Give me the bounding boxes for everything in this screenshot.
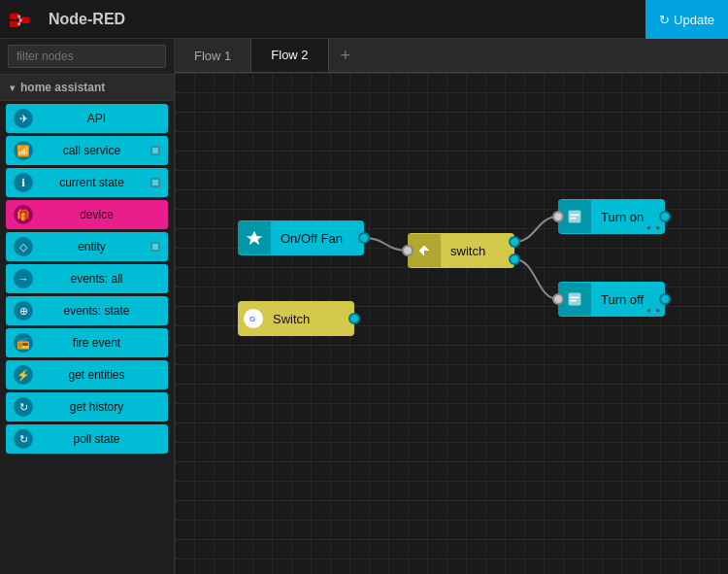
canvas-node-turn-on[interactable]: Turn on● ● bbox=[558, 199, 665, 234]
category-header[interactable]: ▾ home assistant bbox=[0, 75, 174, 101]
canvas-node-label: switch bbox=[441, 244, 495, 258]
node-icon: ⚡ bbox=[14, 365, 33, 385]
svg-rect-9 bbox=[569, 211, 581, 223]
sidebar-node-fire-event[interactable]: 📻fire event bbox=[6, 328, 168, 357]
update-button[interactable]: ↻ Update bbox=[645, 0, 728, 39]
right-port[interactable] bbox=[348, 313, 360, 324]
sidebar-node-poll-state[interactable]: ↻poll state bbox=[6, 424, 168, 454]
node-icon: ⊕ bbox=[14, 301, 33, 321]
node-label: fire event bbox=[33, 336, 160, 350]
sidebar-node-call-service[interactable]: 📶call service bbox=[6, 136, 168, 165]
node-status-dots: ● ● bbox=[646, 223, 661, 232]
right-port[interactable] bbox=[659, 211, 671, 222]
node-label: call service bbox=[33, 144, 150, 157]
node-right-port bbox=[150, 146, 160, 155]
sidebar-node-get-entities[interactable]: ⚡get entities bbox=[6, 360, 168, 389]
canvas-node-label: On/Off Fan bbox=[271, 231, 352, 246]
node-label: poll state bbox=[33, 432, 160, 446]
right-port-bottom[interactable] bbox=[509, 253, 520, 265]
node-icon: → bbox=[14, 269, 33, 288]
connection-switch-to-turn-on bbox=[514, 217, 558, 242]
left-port[interactable] bbox=[552, 211, 564, 222]
canvas-node-turn-off[interactable]: Turn off● ● bbox=[558, 282, 665, 317]
sidebar-node-events:-state[interactable]: ⊕events: state bbox=[6, 296, 168, 325]
svg-marker-8 bbox=[247, 231, 262, 245]
sidebar-node-get-history[interactable]: ↻get history bbox=[6, 392, 168, 422]
sidebar: ▾ home assistant ✈API📶call serviceℹcurre… bbox=[0, 39, 175, 574]
sidebar-node-events:-all[interactable]: →events: all bbox=[6, 264, 168, 293]
sidebar-node-api[interactable]: ✈API bbox=[6, 104, 168, 133]
node-icon: ↻ bbox=[14, 429, 33, 449]
node-label: get entities bbox=[33, 368, 160, 382]
right-port[interactable] bbox=[358, 232, 370, 244]
right-port[interactable] bbox=[659, 293, 671, 305]
node-icon: ↻ bbox=[14, 397, 33, 417]
canvas-area: Flow 1Flow 2+ On/Off FanswitchTurn on● ●… bbox=[175, 39, 728, 574]
node-label: device bbox=[33, 208, 160, 221]
node-right-port bbox=[150, 242, 160, 252]
tab-flow-1[interactable]: Flow 1 bbox=[175, 39, 251, 72]
node-label: API bbox=[33, 112, 160, 125]
node-label: entity bbox=[33, 240, 150, 253]
node-label: current state bbox=[33, 176, 150, 189]
flow-canvas[interactable]: On/Off FanswitchTurn on● ●Turn off● ●GSw… bbox=[175, 73, 728, 574]
svg-text:G: G bbox=[249, 315, 255, 323]
right-port-top[interactable] bbox=[509, 236, 520, 248]
svg-rect-12 bbox=[569, 293, 581, 306]
node-icon: ℹ bbox=[14, 173, 33, 192]
node-status-dots: ● ● bbox=[646, 306, 661, 315]
node-icon: 📶 bbox=[14, 141, 33, 160]
sidebar-node-current-state[interactable]: ℹcurrent state bbox=[6, 168, 168, 197]
canvas-node-label: Turn off bbox=[591, 292, 653, 307]
node-list: ▾ home assistant ✈API📶call serviceℹcurre… bbox=[0, 75, 174, 574]
sidebar-node-entity[interactable]: ◇entity bbox=[6, 232, 168, 261]
add-tab-button[interactable]: + bbox=[329, 39, 363, 72]
app-title: Node-RED bbox=[49, 11, 125, 28]
node-icon: ✈ bbox=[14, 109, 33, 128]
node-label: events: all bbox=[33, 272, 160, 286]
node-icon: 📻 bbox=[14, 333, 33, 353]
google-icon: G bbox=[244, 309, 263, 328]
left-port[interactable] bbox=[552, 293, 564, 305]
node-label: events: state bbox=[33, 304, 160, 318]
chevron-icon: ▾ bbox=[10, 83, 15, 93]
node-label: get history bbox=[33, 400, 160, 414]
node-red-logo-icon bbox=[10, 10, 41, 29]
canvas-node-switch-google[interactable]: GSwitch bbox=[238, 301, 354, 336]
canvas-node-label: Switch bbox=[263, 312, 319, 326]
canvas-node-on-off-fan[interactable]: On/Off Fan bbox=[238, 220, 364, 255]
connection-switch-to-turn-off bbox=[514, 259, 558, 299]
search-box bbox=[0, 39, 174, 75]
main-layout: ▾ home assistant ✈API📶call serviceℹcurre… bbox=[0, 39, 728, 574]
canvas-node-icon bbox=[238, 221, 271, 254]
tab-bar: Flow 1Flow 2+ bbox=[175, 39, 728, 73]
canvas-node-switch[interactable]: switch bbox=[408, 233, 514, 268]
logo: Node-RED bbox=[10, 10, 125, 29]
search-input[interactable] bbox=[8, 45, 166, 68]
sidebar-node-device[interactable]: 🎁device bbox=[6, 200, 168, 229]
left-port[interactable] bbox=[402, 245, 414, 256]
tab-flow-2[interactable]: Flow 2 bbox=[251, 39, 328, 72]
canvas-node-label: Turn on bbox=[591, 210, 653, 224]
category-label: home assistant bbox=[20, 81, 105, 94]
node-icon: 🎁 bbox=[14, 205, 33, 224]
node-right-port bbox=[150, 178, 160, 187]
node-icon: ◇ bbox=[14, 237, 33, 256]
header: Node-RED ↻ Update bbox=[0, 0, 728, 39]
